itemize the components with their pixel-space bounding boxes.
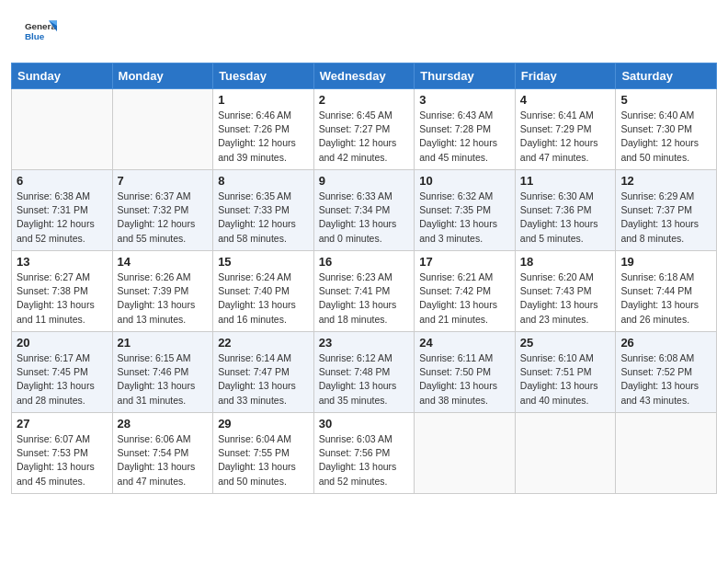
calendar-week-2: 6Sunrise: 6:38 AM Sunset: 7:31 PM Daylig…: [12, 170, 717, 251]
day-info: Sunrise: 6:41 AM Sunset: 7:29 PM Dayligh…: [520, 109, 611, 165]
calendar-week-4: 20Sunrise: 6:17 AM Sunset: 7:45 PM Dayli…: [12, 332, 717, 413]
calendar-cell: 12Sunrise: 6:29 AM Sunset: 7:37 PM Dayli…: [616, 170, 717, 251]
day-number: 28: [118, 417, 209, 431]
calendar-cell: 28Sunrise: 6:06 AM Sunset: 7:54 PM Dayli…: [112, 413, 213, 494]
weekday-monday: Monday: [112, 63, 213, 89]
calendar-cell: 14Sunrise: 6:26 AM Sunset: 7:39 PM Dayli…: [112, 251, 213, 332]
day-number: 9: [319, 174, 410, 188]
day-number: 23: [319, 336, 410, 350]
weekday-wednesday: Wednesday: [313, 63, 415, 89]
day-info: Sunrise: 6:14 AM Sunset: 7:47 PM Dayligh…: [218, 351, 309, 408]
day-number: 22: [218, 336, 309, 350]
day-info: Sunrise: 6:43 AM Sunset: 7:28 PM Dayligh…: [419, 109, 510, 165]
day-info: Sunrise: 6:10 AM Sunset: 7:51 PM Dayligh…: [520, 351, 611, 408]
calendar-cell: 11Sunrise: 6:30 AM Sunset: 7:36 PM Dayli…: [515, 170, 616, 251]
day-number: 16: [319, 255, 410, 269]
day-info: Sunrise: 6:35 AM Sunset: 7:33 PM Dayligh…: [218, 190, 309, 246]
calendar-cell: 8Sunrise: 6:35 AM Sunset: 7:33 PM Daylig…: [213, 170, 314, 251]
day-info: Sunrise: 6:37 AM Sunset: 7:32 PM Dayligh…: [118, 190, 209, 246]
day-number: 3: [419, 93, 510, 107]
day-info: Sunrise: 6:08 AM Sunset: 7:52 PM Dayligh…: [620, 351, 711, 408]
page-header: General Blue: [0, 0, 728, 63]
calendar-cell: 20Sunrise: 6:17 AM Sunset: 7:45 PM Dayli…: [12, 332, 113, 413]
day-info: Sunrise: 6:23 AM Sunset: 7:41 PM Dayligh…: [319, 270, 410, 327]
day-info: Sunrise: 6:12 AM Sunset: 7:48 PM Dayligh…: [319, 351, 410, 408]
svg-text:Blue: Blue: [25, 31, 45, 41]
calendar-cell: 9Sunrise: 6:33 AM Sunset: 7:34 PM Daylig…: [313, 170, 415, 251]
calendar-cell: 27Sunrise: 6:07 AM Sunset: 7:53 PM Dayli…: [12, 413, 113, 494]
day-info: Sunrise: 6:38 AM Sunset: 7:31 PM Dayligh…: [17, 190, 108, 246]
day-number: 19: [620, 255, 711, 269]
calendar-cell: 26Sunrise: 6:08 AM Sunset: 7:52 PM Dayli…: [616, 332, 717, 413]
day-info: Sunrise: 6:06 AM Sunset: 7:54 PM Dayligh…: [118, 432, 209, 488]
day-info: Sunrise: 6:26 AM Sunset: 7:39 PM Dayligh…: [118, 270, 209, 327]
calendar-cell: 17Sunrise: 6:21 AM Sunset: 7:42 PM Dayli…: [415, 251, 516, 332]
day-info: Sunrise: 6:04 AM Sunset: 7:55 PM Dayligh…: [218, 432, 309, 488]
day-number: 6: [17, 174, 108, 188]
calendar-cell: 10Sunrise: 6:32 AM Sunset: 7:35 PM Dayli…: [415, 170, 516, 251]
day-info: Sunrise: 6:32 AM Sunset: 7:35 PM Dayligh…: [419, 190, 510, 246]
day-info: Sunrise: 6:07 AM Sunset: 7:53 PM Dayligh…: [17, 432, 108, 488]
day-number: 7: [118, 174, 209, 188]
day-number: 26: [620, 336, 711, 350]
day-number: 14: [118, 255, 209, 269]
day-number: 11: [520, 174, 611, 188]
day-info: Sunrise: 6:21 AM Sunset: 7:42 PM Dayligh…: [419, 270, 510, 327]
calendar-week-5: 27Sunrise: 6:07 AM Sunset: 7:53 PM Dayli…: [12, 413, 717, 494]
calendar-cell: 5Sunrise: 6:40 AM Sunset: 7:30 PM Daylig…: [616, 89, 717, 170]
day-number: 18: [520, 255, 611, 269]
day-info: Sunrise: 6:27 AM Sunset: 7:38 PM Dayligh…: [17, 270, 108, 327]
day-info: Sunrise: 6:45 AM Sunset: 7:27 PM Dayligh…: [319, 109, 410, 165]
calendar-cell: 3Sunrise: 6:43 AM Sunset: 7:28 PM Daylig…: [415, 89, 516, 170]
day-info: Sunrise: 6:20 AM Sunset: 7:43 PM Dayligh…: [520, 270, 611, 327]
day-number: 17: [419, 255, 510, 269]
calendar-cell: 23Sunrise: 6:12 AM Sunset: 7:48 PM Dayli…: [313, 332, 415, 413]
day-number: 12: [620, 174, 711, 188]
day-number: 29: [218, 417, 309, 431]
calendar-cell: 2Sunrise: 6:45 AM Sunset: 7:27 PM Daylig…: [313, 89, 415, 170]
calendar-cell: 6Sunrise: 6:38 AM Sunset: 7:31 PM Daylig…: [12, 170, 113, 251]
day-info: Sunrise: 6:15 AM Sunset: 7:46 PM Dayligh…: [118, 351, 209, 408]
day-info: Sunrise: 6:11 AM Sunset: 7:50 PM Dayligh…: [419, 351, 510, 408]
day-number: 2: [319, 93, 410, 107]
calendar-cell: [415, 413, 516, 494]
calendar-cell: 13Sunrise: 6:27 AM Sunset: 7:38 PM Dayli…: [12, 251, 113, 332]
day-info: Sunrise: 6:29 AM Sunset: 7:37 PM Dayligh…: [620, 190, 711, 246]
calendar-cell: [616, 413, 717, 494]
weekday-friday: Friday: [515, 63, 616, 89]
calendar-cell: [12, 89, 113, 170]
day-number: 25: [520, 336, 611, 350]
calendar-cell: [515, 413, 616, 494]
calendar-week-1: 1Sunrise: 6:46 AM Sunset: 7:26 PM Daylig…: [12, 89, 717, 170]
day-number: 1: [218, 93, 309, 107]
calendar-cell: 4Sunrise: 6:41 AM Sunset: 7:29 PM Daylig…: [515, 89, 616, 170]
day-info: Sunrise: 6:18 AM Sunset: 7:44 PM Dayligh…: [620, 270, 711, 327]
day-number: 27: [17, 417, 108, 431]
weekday-header-row: SundayMondayTuesdayWednesdayThursdayFrid…: [12, 63, 717, 89]
day-number: 5: [620, 93, 711, 107]
day-number: 15: [218, 255, 309, 269]
calendar-week-3: 13Sunrise: 6:27 AM Sunset: 7:38 PM Dayli…: [12, 251, 717, 332]
calendar-cell: 19Sunrise: 6:18 AM Sunset: 7:44 PM Dayli…: [616, 251, 717, 332]
calendar-wrapper: SundayMondayTuesdayWednesdayThursdayFrid…: [0, 63, 728, 505]
logo-icon: General Blue: [24, 17, 57, 50]
day-number: 30: [319, 417, 410, 431]
calendar-cell: 21Sunrise: 6:15 AM Sunset: 7:46 PM Dayli…: [112, 332, 213, 413]
day-info: Sunrise: 6:40 AM Sunset: 7:30 PM Dayligh…: [620, 109, 711, 165]
calendar-cell: 16Sunrise: 6:23 AM Sunset: 7:41 PM Dayli…: [313, 251, 415, 332]
day-info: Sunrise: 6:30 AM Sunset: 7:36 PM Dayligh…: [520, 190, 611, 246]
logo: General Blue: [22, 17, 57, 53]
day-number: 24: [419, 336, 510, 350]
day-number: 4: [520, 93, 611, 107]
calendar-cell: 30Sunrise: 6:03 AM Sunset: 7:56 PM Dayli…: [313, 413, 415, 494]
calendar-cell: 1Sunrise: 6:46 AM Sunset: 7:26 PM Daylig…: [213, 89, 314, 170]
day-number: 20: [17, 336, 108, 350]
day-info: Sunrise: 6:17 AM Sunset: 7:45 PM Dayligh…: [17, 351, 108, 408]
day-number: 21: [118, 336, 209, 350]
calendar-table: SundayMondayTuesdayWednesdayThursdayFrid…: [11, 63, 717, 494]
weekday-thursday: Thursday: [415, 63, 516, 89]
day-number: 10: [419, 174, 510, 188]
calendar-cell: 29Sunrise: 6:04 AM Sunset: 7:55 PM Dayli…: [213, 413, 314, 494]
calendar-cell: 24Sunrise: 6:11 AM Sunset: 7:50 PM Dayli…: [415, 332, 516, 413]
day-number: 8: [218, 174, 309, 188]
